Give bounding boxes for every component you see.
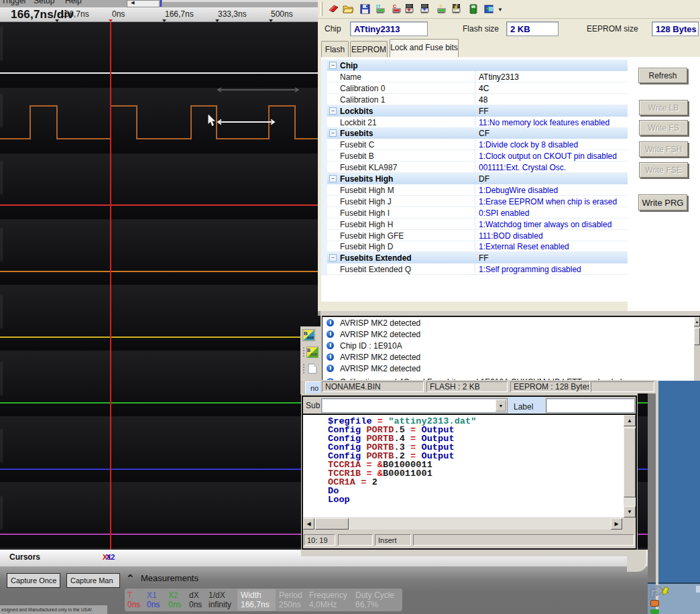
svg-text:AVR: AVR (310, 353, 318, 357)
svg-text:?: ? (439, 3, 443, 9)
svg-text:I?: I? (376, 4, 380, 9)
svg-text:C: C (393, 4, 396, 9)
svg-text:B: B (307, 348, 310, 353)
svg-text:AVR: AVR (307, 336, 314, 340)
